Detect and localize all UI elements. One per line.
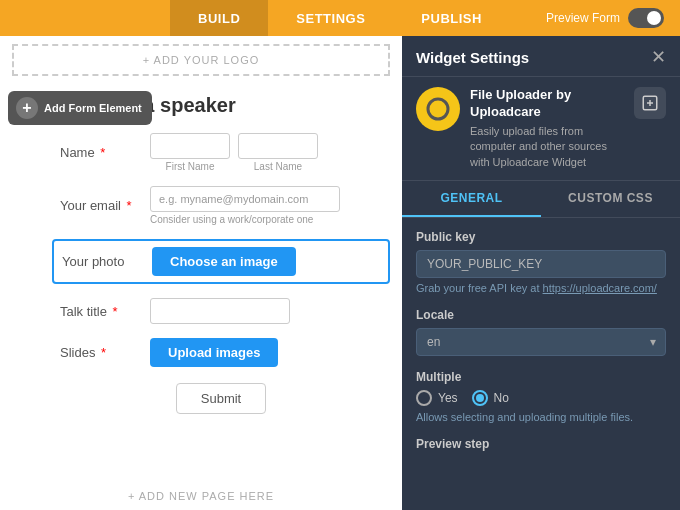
nav-tab-publish[interactable]: PUBLISH <box>393 0 510 36</box>
widget-header: Widget Settings ✕ <box>402 36 680 77</box>
last-name-label: Last Name <box>238 161 318 172</box>
name-label: Name * <box>60 145 140 160</box>
nav-tab-build[interactable]: BUILD <box>170 0 268 36</box>
name-field-row: Name * First Name Last Name <box>60 133 382 172</box>
top-nav: BUILD SETTINGS PUBLISH Preview Form <box>0 0 680 36</box>
main-layout: + ADD YOUR LOGO + Add Form Element Becom… <box>0 36 680 510</box>
name-inputs: First Name Last Name <box>150 133 318 172</box>
preview-form-label: Preview Form <box>546 11 620 25</box>
widget-icon <box>416 87 460 131</box>
multiple-radio-group: Yes No <box>416 390 666 406</box>
email-input[interactable]: e.g. myname@mydomain.com <box>150 186 340 212</box>
multiple-yes-option[interactable]: Yes <box>416 390 458 406</box>
email-hint: Consider using a work/corporate one <box>150 214 340 225</box>
email-area: e.g. myname@mydomain.com Consider using … <box>150 186 340 225</box>
widget-name: File Uploader by Uploadcare <box>470 87 624 121</box>
add-form-label: Add Form Element <box>44 102 142 114</box>
name-row <box>150 133 318 159</box>
tab-general[interactable]: GENERAL <box>402 181 541 217</box>
preview-step-section: Preview step <box>416 437 666 451</box>
multiple-no-option[interactable]: No <box>472 390 509 406</box>
submit-button[interactable]: Submit <box>176 383 266 414</box>
slides-label: Slides * <box>60 345 140 360</box>
left-panel: + ADD YOUR LOGO + Add Form Element Becom… <box>0 36 402 510</box>
multiple-hint: Allows selecting and uploading multiple … <box>416 411 666 423</box>
widget-tabs: GENERAL CUSTOM CSS <box>402 181 680 218</box>
slides-required: * <box>101 345 106 360</box>
sub-labels-row: First Name Last Name <box>150 161 318 172</box>
submit-row: Submit <box>60 383 382 414</box>
widget-settings-title: Widget Settings <box>416 49 529 66</box>
talk-title-field-row: Talk title * <box>60 298 382 324</box>
svg-point-0 <box>428 99 448 119</box>
locale-select-wrapper: en fr de es ru ▾ <box>416 328 666 356</box>
multiple-label: Multiple <box>416 370 666 384</box>
public-key-label: Public key <box>416 230 666 244</box>
uploadcare-icon <box>425 96 451 122</box>
name-required: * <box>100 145 105 160</box>
tab-custom-css[interactable]: CUSTOM CSS <box>541 181 680 217</box>
slides-field-row: Slides * Upload images <box>60 338 382 367</box>
preview-step-label: Preview step <box>416 437 666 451</box>
upload-icon <box>641 94 659 112</box>
upload-images-button[interactable]: Upload images <box>150 338 278 367</box>
logo-bar[interactable]: + ADD YOUR LOGO <box>12 44 390 76</box>
talk-title-label: Talk title * <box>60 304 140 319</box>
preview-toggle[interactable] <box>628 8 664 28</box>
right-panel: Widget Settings ✕ File Uploader by Uploa… <box>402 36 680 510</box>
public-key-hint: Grab your free API key at https://upload… <box>416 282 666 294</box>
widget-desc: Easily upload files from computer and ot… <box>470 124 624 170</box>
upload-widget-icon <box>634 87 666 119</box>
photo-label: Your photo <box>62 254 142 269</box>
yes-radio-circle[interactable] <box>416 390 432 406</box>
email-label: Your email * <box>60 198 140 213</box>
multiple-section: Multiple Yes No Allows selecting and upl… <box>416 370 666 423</box>
no-radio-label: No <box>494 391 509 405</box>
first-name-label: First Name <box>150 161 230 172</box>
locale-select[interactable]: en fr de es ru <box>416 328 666 356</box>
public-key-section: Public key Grab your free API key at htt… <box>416 230 666 294</box>
yes-radio-label: Yes <box>438 391 458 405</box>
widget-desc-area: File Uploader by Uploadcare Easily uploa… <box>470 87 624 170</box>
photo-field-row: Your photo Choose an image <box>52 239 390 284</box>
widget-info: File Uploader by Uploadcare Easily uploa… <box>402 77 680 181</box>
talk-title-input[interactable] <box>150 298 290 324</box>
no-radio-circle[interactable] <box>472 390 488 406</box>
email-required: * <box>127 198 132 213</box>
add-page-bar[interactable]: + ADD NEW PAGE HERE <box>0 490 402 502</box>
form-area: Become a speaker Name * First Name Last … <box>0 84 402 424</box>
choose-image-button[interactable]: Choose an image <box>152 247 296 276</box>
locale-section: Locale en fr de es ru ▾ <box>416 308 666 356</box>
preview-form-area: Preview Form <box>546 8 664 28</box>
add-form-element-button[interactable]: + Add Form Element <box>8 91 152 125</box>
close-button[interactable]: ✕ <box>651 48 666 66</box>
talk-title-required: * <box>113 304 118 319</box>
uploadcare-link[interactable]: https://uploadcare.com/ <box>543 282 657 294</box>
last-name-input[interactable] <box>238 133 318 159</box>
first-name-input[interactable] <box>150 133 230 159</box>
locale-label: Locale <box>416 308 666 322</box>
public-key-input[interactable] <box>416 250 666 278</box>
plus-icon: + <box>16 97 38 119</box>
widget-content: Public key Grab your free API key at htt… <box>402 218 680 510</box>
email-field-row: Your email * e.g. myname@mydomain.com Co… <box>60 186 382 225</box>
nav-tab-settings[interactable]: SETTINGS <box>268 0 393 36</box>
